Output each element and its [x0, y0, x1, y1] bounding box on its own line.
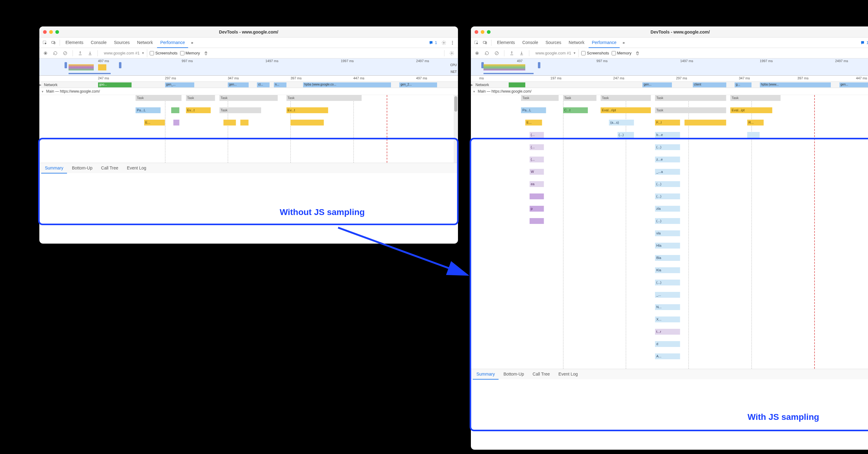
memory-checkbox[interactable]: Memory	[180, 51, 200, 55]
flame-entry[interactable]: Hla	[655, 243, 680, 249]
flame-entry[interactable]: (...	[530, 144, 544, 150]
flame-entry[interactable]: Eval...ipt	[730, 107, 772, 113]
tab-console[interactable]: Console	[519, 37, 541, 48]
inspect-icon[interactable]	[473, 39, 480, 47]
tab-performance[interactable]: Performance	[157, 37, 188, 48]
flame-entry[interactable]: zla	[655, 206, 680, 211]
flame-entry[interactable]: (...)	[655, 181, 680, 187]
flame-entry[interactable]: Task	[600, 95, 651, 101]
more-menu-icon[interactable]	[449, 39, 456, 47]
overview-handle-left[interactable]	[65, 62, 67, 68]
screenshots-checkbox[interactable]: Screenshots	[150, 51, 177, 55]
recording-dropdown[interactable]: www.google.com #1 ▼	[533, 49, 579, 57]
flame-entry[interactable]: (...	[530, 132, 544, 138]
main-track-header[interactable]: ▼ Main — https://www.google.com/	[39, 88, 458, 95]
details-tab-calltree[interactable]: Call Tree	[529, 369, 554, 379]
flame-entry[interactable]: z...e	[655, 157, 680, 162]
flame-entry[interactable]: b...e	[655, 132, 680, 138]
flame-entry[interactable]: _...a	[655, 169, 680, 175]
flame-entry[interactable]	[290, 120, 324, 125]
memory-checkbox[interactable]: Memory	[612, 51, 632, 55]
tab-network[interactable]: Network	[565, 37, 587, 48]
tab-sources[interactable]: Sources	[542, 37, 564, 48]
reload-icon[interactable]	[483, 50, 491, 57]
flame-entry[interactable]: Pa...L	[521, 107, 546, 113]
garbage-collect-icon[interactable]	[202, 50, 210, 57]
network-track[interactable]: ▶ Network goo... gen_... gen... cl... n.…	[39, 82, 458, 88]
flame-entry[interactable]: Bla	[655, 255, 680, 261]
flame-entry[interactable]: A...	[655, 353, 680, 359]
flame-entry[interactable]	[530, 218, 544, 224]
reload-icon[interactable]	[52, 50, 59, 57]
more-tabs-chevrons[interactable]: »	[621, 40, 627, 45]
flame-entry[interactable]	[240, 120, 249, 125]
record-icon[interactable]	[473, 50, 481, 57]
flame-entry[interactable]: F...l	[655, 120, 680, 125]
scrollbar[interactable]	[454, 95, 458, 163]
device-toolbar-icon[interactable]	[50, 39, 57, 47]
screenshots-checkbox[interactable]: Screenshots	[581, 51, 609, 55]
flame-entry[interactable]: Task	[219, 107, 261, 113]
flame-entry[interactable]: _...	[655, 292, 680, 298]
flame-entry[interactable]: C...t	[563, 107, 588, 113]
flame-entry[interactable]: Kla	[655, 267, 680, 273]
issues-button[interactable]: 1	[859, 40, 868, 46]
overview-timeline[interactable]: 497 ms 997 ms 1497 ms 1997 ms 2497 ms CP…	[39, 58, 458, 76]
flame-entry[interactable]: (...)	[655, 280, 680, 285]
flame-entry[interactable]: t...r	[655, 329, 680, 335]
flame-entry[interactable]	[171, 107, 180, 113]
flame-entry[interactable]: Task	[135, 95, 182, 101]
flame-entry[interactable]: (...)	[655, 194, 680, 199]
overview-handle-right[interactable]	[538, 62, 540, 68]
flame-entry[interactable]: d	[655, 341, 680, 347]
garbage-collect-icon[interactable]	[634, 50, 641, 57]
more-tabs-chevrons[interactable]: »	[189, 40, 195, 45]
issues-button[interactable]: 1	[427, 40, 439, 46]
clear-icon[interactable]	[61, 50, 69, 57]
details-tab-bottomup[interactable]: Bottom-Up	[500, 369, 528, 379]
tab-console[interactable]: Console	[88, 37, 110, 48]
flame-entry[interactable]: Ev...t	[186, 107, 211, 113]
flame-chart[interactable]: TaskTaskTaskTaskPa...LEv...tTaskEv...tE.…	[39, 95, 458, 163]
details-tab-eventlog[interactable]: Event Log	[555, 369, 582, 379]
main-track-header[interactable]: ▼ Main — https://www.google.com/	[471, 88, 868, 95]
flame-entry[interactable]: Pa...L	[135, 107, 161, 113]
overview-timeline[interactable]: 497 997 ms 1497 ms 1997 ms 2497 ms CPU N…	[471, 58, 868, 76]
flame-entry[interactable]: (...	[530, 157, 544, 162]
flame-entry[interactable]: Task	[219, 95, 278, 101]
flame-entry[interactable]: Task	[186, 95, 215, 101]
flame-entry[interactable]: E...	[144, 120, 165, 125]
details-tab-eventlog[interactable]: Event Log	[123, 163, 150, 173]
tab-elements[interactable]: Elements	[494, 37, 518, 48]
flame-entry[interactable]: R...	[747, 120, 764, 125]
flame-entry[interactable]: N...	[655, 304, 680, 310]
details-tab-bottomup[interactable]: Bottom-Up	[68, 163, 96, 173]
upload-icon[interactable]	[76, 50, 84, 57]
flame-entry[interactable]	[747, 132, 760, 138]
flame-entry[interactable]: Task	[521, 95, 559, 101]
flame-entry[interactable]: (...)	[618, 132, 634, 138]
inspect-icon[interactable]	[41, 39, 49, 47]
flame-entry[interactable]: Task	[655, 107, 726, 113]
flame-entry[interactable]: (a...s)	[609, 120, 634, 125]
flame-entry[interactable]: Task	[563, 95, 597, 101]
device-toolbar-icon[interactable]	[481, 39, 489, 47]
overview-handle-right[interactable]	[119, 62, 121, 68]
flame-entry[interactable]: W	[530, 169, 544, 175]
tab-network[interactable]: Network	[134, 37, 156, 48]
upload-icon[interactable]	[508, 50, 516, 57]
flame-entry[interactable]	[173, 120, 180, 125]
recording-dropdown[interactable]: www.google.com #1 ▼	[101, 49, 147, 57]
record-icon[interactable]	[42, 50, 49, 57]
flame-entry[interactable]: Task	[286, 95, 362, 101]
flame-entry[interactable]: Task	[730, 95, 780, 101]
details-tab-calltree[interactable]: Call Tree	[97, 163, 122, 173]
flame-entry[interactable]: vla	[655, 230, 680, 236]
download-icon[interactable]	[518, 50, 525, 57]
flame-entry[interactable]: Eval...ript	[600, 107, 651, 113]
flame-entry[interactable]: p	[530, 206, 544, 211]
flame-entry[interactable]	[223, 120, 236, 125]
clear-icon[interactable]	[493, 50, 500, 57]
details-tab-summary[interactable]: Summary	[473, 369, 499, 379]
network-track[interactable]: ▶ Network gen... client g... hpba (www..…	[471, 82, 868, 88]
